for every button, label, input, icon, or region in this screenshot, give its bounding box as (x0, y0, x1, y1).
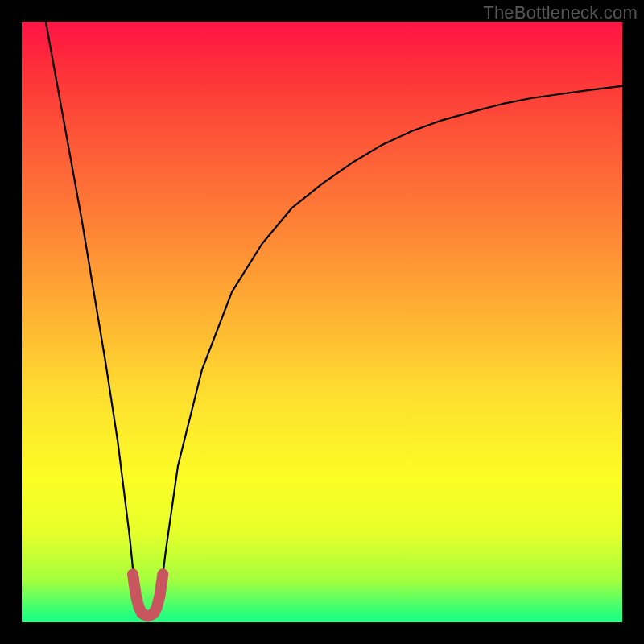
chart-frame: TheBottleneck.com (0, 0, 644, 644)
curve-layer (22, 22, 622, 622)
bottleneck-curve (46, 22, 622, 619)
plot-area (22, 22, 622, 622)
watermark-text: TheBottleneck.com (483, 2, 638, 23)
optimal-marker (133, 574, 163, 616)
